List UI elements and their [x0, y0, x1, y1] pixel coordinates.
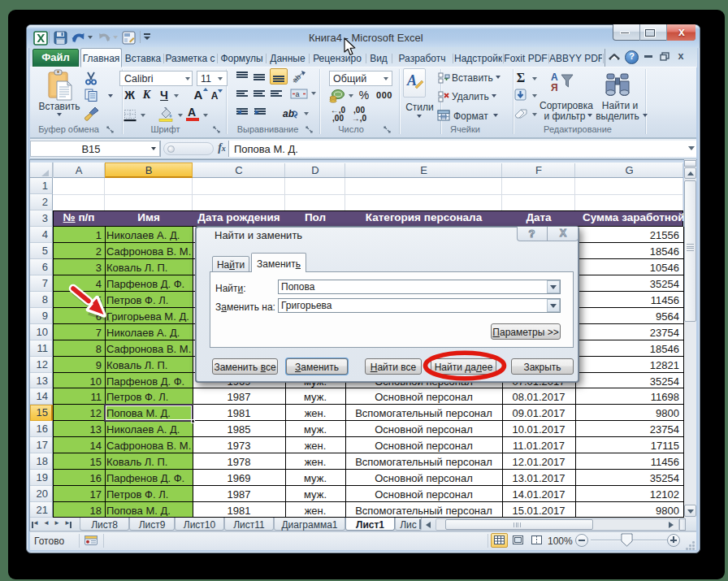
svg-text:Я: Я [551, 82, 558, 93]
svg-text:А: А [551, 72, 558, 83]
svg-text:ab: ab [283, 108, 294, 119]
svg-text:А: А [406, 72, 417, 89]
svg-text:a: a [296, 90, 300, 98]
